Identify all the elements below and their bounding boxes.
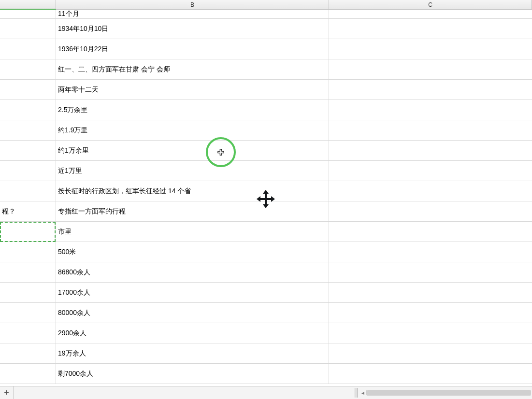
cell-B[interactable]: 按长征时的行政区划，红军长征经过 14 个省 bbox=[56, 181, 329, 201]
cell-C[interactable] bbox=[329, 120, 532, 140]
add-sheet-button[interactable]: + bbox=[0, 386, 14, 399]
cell-A[interactable] bbox=[0, 323, 56, 343]
cell-B[interactable]: 剩7000余人 bbox=[56, 364, 329, 384]
cell-B[interactable]: 约1.9万里 bbox=[56, 120, 329, 140]
cell-C[interactable] bbox=[329, 141, 532, 160]
cell-A[interactable] bbox=[0, 364, 56, 384]
table-row: 2.5万余里 bbox=[0, 100, 532, 120]
table-row: 19万余人 bbox=[0, 343, 532, 364]
table-row: 按长征时的行政区划，红军长征经过 14 个省 bbox=[0, 181, 532, 201]
sheet-tab-bar: + ◄ bbox=[0, 386, 532, 399]
table-row: 17000余人 bbox=[0, 283, 532, 303]
table-row: 1934年10月10日 bbox=[0, 19, 532, 39]
cell-C[interactable] bbox=[329, 343, 532, 363]
cell-C[interactable] bbox=[329, 222, 532, 242]
cell-B[interactable]: 近1万里 bbox=[56, 161, 329, 181]
table-row: 剩7000余人 bbox=[0, 364, 532, 384]
cell-C[interactable] bbox=[329, 201, 532, 221]
cell-C[interactable] bbox=[329, 10, 532, 18]
col-header-A[interactable] bbox=[0, 0, 56, 10]
cell-B[interactable]: 80000余人 bbox=[56, 303, 329, 323]
table-row: 约1万余里 bbox=[0, 141, 532, 161]
cell-B[interactable]: 19万余人 bbox=[56, 343, 329, 363]
cell-B[interactable]: 红一、二、四方面军在甘肃 会宁 会师 bbox=[56, 59, 329, 79]
cell-A[interactable] bbox=[0, 222, 56, 242]
col-header-C[interactable]: C bbox=[329, 0, 532, 10]
cell-A[interactable] bbox=[0, 100, 56, 120]
cell-C[interactable] bbox=[329, 161, 532, 181]
cell-B[interactable]: 11个月 bbox=[56, 10, 329, 18]
grid[interactable]: 11个月1934年10月10日1936年10月22日红一、二、四方面军在甘肃 会… bbox=[0, 10, 532, 386]
cell-C[interactable] bbox=[329, 39, 532, 59]
cell-B[interactable]: 1936年10月22日 bbox=[56, 39, 329, 59]
cell-A[interactable] bbox=[0, 39, 56, 59]
cell-B[interactable]: 500米 bbox=[56, 242, 329, 262]
cell-B[interactable]: 两年零十二天 bbox=[56, 80, 329, 100]
table-row: 程？专指红一方面军的行程 bbox=[0, 201, 532, 222]
cell-A[interactable] bbox=[0, 283, 56, 302]
cell-B[interactable]: 专指红一方面军的行程 bbox=[56, 201, 329, 221]
table-row: 86800余人 bbox=[0, 262, 532, 283]
horizontal-scrollbar-thumb[interactable] bbox=[367, 390, 531, 395]
table-row: 两年零十二天 bbox=[0, 80, 532, 100]
cell-A[interactable] bbox=[0, 181, 56, 201]
cell-A[interactable] bbox=[0, 161, 56, 181]
cell-A[interactable] bbox=[0, 262, 56, 282]
cell-C[interactable] bbox=[329, 242, 532, 262]
column-header-row: B C bbox=[0, 0, 532, 10]
table-row: 80000余人 bbox=[0, 303, 532, 323]
cell-A[interactable] bbox=[0, 19, 56, 39]
horizontal-scroll-zone: ◄ bbox=[355, 388, 531, 398]
table-row: 近1万里 bbox=[0, 161, 532, 181]
cell-B[interactable]: 86800余人 bbox=[56, 262, 329, 282]
splitter-handle[interactable] bbox=[355, 388, 358, 398]
cell-C[interactable] bbox=[329, 19, 532, 39]
cell-A[interactable] bbox=[0, 80, 56, 100]
cell-A[interactable]: 程？ bbox=[0, 201, 56, 221]
cell-C[interactable] bbox=[329, 59, 532, 79]
cell-A[interactable] bbox=[0, 141, 56, 160]
cell-A[interactable] bbox=[0, 59, 56, 79]
scroll-left-icon[interactable]: ◄ bbox=[359, 389, 366, 397]
cell-C[interactable] bbox=[329, 364, 532, 384]
cell-A[interactable] bbox=[0, 303, 56, 323]
table-row: 500米 bbox=[0, 242, 532, 262]
cell-A[interactable] bbox=[0, 343, 56, 363]
table-row: 约1.9万里 bbox=[0, 120, 532, 141]
cell-C[interactable] bbox=[329, 100, 532, 120]
table-row: 2900余人 bbox=[0, 323, 532, 343]
cell-C[interactable] bbox=[329, 283, 532, 302]
table-row: 市里 bbox=[0, 222, 532, 242]
table-row: 红一、二、四方面军在甘肃 会宁 会师 bbox=[0, 59, 532, 80]
cell-C[interactable] bbox=[329, 303, 532, 323]
cell-C[interactable] bbox=[329, 80, 532, 100]
cell-C[interactable] bbox=[329, 262, 532, 282]
spreadsheet-area: B C 11个月1934年10月10日1936年10月22日红一、二、四方面军在… bbox=[0, 0, 532, 386]
cell-A[interactable] bbox=[0, 120, 56, 140]
cell-B[interactable]: 2900余人 bbox=[56, 323, 329, 343]
col-header-B[interactable]: B bbox=[56, 0, 329, 10]
table-row: 1936年10月22日 bbox=[0, 39, 532, 59]
horizontal-scrollbar[interactable] bbox=[366, 390, 531, 396]
cell-B[interactable]: 市里 bbox=[56, 222, 329, 242]
cell-A[interactable] bbox=[0, 10, 56, 18]
cell-A[interactable] bbox=[0, 242, 56, 262]
cell-B[interactable]: 2.5万余里 bbox=[56, 100, 329, 120]
cell-B[interactable]: 1934年10月10日 bbox=[56, 19, 329, 39]
cell-B[interactable]: 17000余人 bbox=[56, 283, 329, 302]
cell-C[interactable] bbox=[329, 181, 532, 201]
cell-C[interactable] bbox=[329, 323, 532, 343]
table-row: 11个月 bbox=[0, 10, 532, 19]
cell-B[interactable]: 约1万余里 bbox=[56, 141, 329, 160]
